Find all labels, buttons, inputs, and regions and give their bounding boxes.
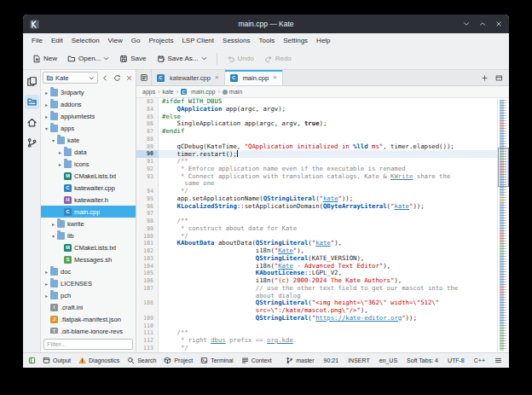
tree-item-main-cpp[interactable]: Cmain.cpp <box>41 206 136 218</box>
sidebar-tool-projects[interactable] <box>25 95 39 109</box>
breadcrumb-item-kate[interactable]: kate <box>163 89 174 95</box>
tree-item-cmakelists-txt[interactable]: MCMakeLists.txt <box>41 241 136 253</box>
code-text[interactable] <box>159 210 497 218</box>
expand-arrow-icon[interactable]: ▸ <box>49 221 57 227</box>
code-text[interactable]: QApplication app(argc, argv); <box>159 106 497 113</box>
tree-item-doc[interactable]: ▸doc <box>41 265 136 277</box>
expand-arrow-icon[interactable]: ▸ <box>43 281 50 287</box>
titlebar[interactable]: main.cpp — Kate <box>23 15 509 33</box>
tree-item-craft-ini[interactable]: I.craft.ini <box>41 301 136 313</box>
breadcrumb-item-main-cpp[interactable]: Cmain.cpp <box>181 89 215 95</box>
toolview-search-button[interactable]: Search <box>125 355 158 366</box>
tree-item-git-blame-ignore-revs[interactable]: T.git-blame-ignore-revs <box>41 325 136 334</box>
code-text[interactable]: * right dbus prefix == org.kde. <box>159 337 497 345</box>
expand-arrow-icon[interactable]: ▸ <box>56 161 64 167</box>
code-text[interactable]: * construct about data for Kate <box>159 225 497 233</box>
project-close-button[interactable] <box>124 73 134 83</box>
tree-item-appiumtests[interactable]: ▸appiumtests <box>41 110 136 122</box>
expand-arrow-icon[interactable]: ▸ <box>56 149 64 155</box>
document-list-button[interactable] <box>136 70 152 85</box>
code-text[interactable]: #endif <box>159 128 497 136</box>
expand-arrow-icon[interactable]: ▸ <box>43 269 50 275</box>
menu-tools[interactable]: Tools <box>255 35 280 46</box>
menu-projects[interactable]: Projects <box>144 35 177 46</box>
close-button[interactable] <box>494 20 503 28</box>
collapse-arrow-icon[interactable]: ▾ <box>49 137 57 143</box>
menu-lsp-client[interactable]: LSP Client <box>177 35 218 46</box>
toolview-terminal-button[interactable]: Terminal <box>199 355 234 366</box>
menu-file[interactable]: File <box>27 35 47 46</box>
tree-item-apps[interactable]: ▾apps <box>41 122 136 134</box>
minimap-scrollbar[interactable] <box>497 98 509 352</box>
tree-item-licenses[interactable]: ▸LICENSES <box>41 277 136 289</box>
code-text[interactable]: same one <box>159 180 497 188</box>
menu-view[interactable]: View <box>104 35 127 46</box>
project-selector[interactable]: Kate <box>43 72 98 84</box>
editor[interactable]: 83#ifdef WITH_DBUS84 QApplication app(ar… <box>136 98 497 352</box>
menu-selection[interactable]: Selection <box>67 35 104 46</box>
open-button[interactable]: Open... <box>63 52 113 66</box>
project-reload-button[interactable] <box>112 73 122 83</box>
code-text[interactable]: */ <box>159 345 497 352</box>
project-back-button[interactable] <box>100 73 110 83</box>
sidebar-tool-git[interactable] <box>25 136 39 150</box>
encoding-button[interactable]: UTF-8 <box>446 356 466 365</box>
cursor-position-button[interactable]: 90:21 <box>322 356 341 365</box>
menu-edit[interactable]: Edit <box>47 35 67 46</box>
new-tab-button[interactable] <box>479 73 490 84</box>
dictionary-button[interactable]: en_US <box>378 356 399 365</box>
expand-arrow-icon[interactable]: ▸ <box>43 102 50 107</box>
tree-item-flatpak-manifest-json[interactable]: J.flatpak-manifest.json <box>41 313 136 325</box>
breadcrumb-item-main[interactable]: main <box>223 89 242 95</box>
code-text[interactable]: QStringLiteral("https://kate-editor.org"… <box>159 315 497 322</box>
menu-sessions[interactable]: Sessions <box>218 35 254 46</box>
input-mode-button[interactable]: INSERT <box>346 356 372 365</box>
expand-arrow-icon[interactable]: ▸ <box>43 113 50 119</box>
tab-list-button[interactable] <box>494 73 505 84</box>
tree-item-icons[interactable]: ▸icons <box>41 158 136 170</box>
git-branch-button[interactable]: master <box>284 355 315 366</box>
code-text[interactable]: timer.restart(); <box>159 150 497 158</box>
breadcrumb-item-apps[interactable]: apps <box>142 89 155 95</box>
code-text[interactable]: qCDebug(KateTime, "QApplication initiali… <box>159 143 497 151</box>
tab-main-cpp[interactable]: Cmain.cpp× <box>225 70 283 85</box>
toolview-project-button[interactable]: Project <box>162 355 194 366</box>
save-button[interactable]: Save <box>115 52 150 66</box>
menu-go[interactable]: Go <box>127 35 145 46</box>
new-button[interactable]: New <box>28 52 61 66</box>
toolview-diagnostics-button[interactable]: Diagnostics <box>77 355 121 366</box>
tab-settings-button[interactable]: Soft Tabs: 4 <box>405 356 440 365</box>
tree-item-addons[interactable]: ▸addons <box>41 98 136 110</box>
tree-item-pch[interactable]: ▸pch <box>41 289 136 301</box>
collapse-arrow-icon[interactable]: ▾ <box>43 125 50 131</box>
statusbar-menu-button[interactable] <box>493 355 504 366</box>
syntax-mode-button[interactable]: C++ <box>472 356 487 365</box>
code-text[interactable] <box>159 322 497 330</box>
tree-item-messages-sh[interactable]: SMessages.sh <box>41 253 136 265</box>
tree-item-lib[interactable]: ▾lib <box>41 229 136 241</box>
code-text[interactable]: SingleApplication app(argc, argv, true); <box>159 120 497 128</box>
tab-close-icon[interactable]: × <box>213 74 219 81</box>
maximize-button[interactable] <box>478 20 487 28</box>
expand-arrow-icon[interactable]: ▸ <box>43 90 50 96</box>
tree-item-cmakelists-txt[interactable]: MCMakeLists.txt <box>41 170 136 182</box>
toolview-output-button[interactable]: Output <box>41 355 72 366</box>
sidebar-tool-filesystem-browser[interactable] <box>25 115 39 130</box>
tree-item-katewaiter-h[interactable]: Hkatewaiter.h <box>41 194 136 206</box>
menu-settings[interactable]: Settings <box>279 35 312 46</box>
collapse-arrow-icon[interactable]: ▾ <box>49 233 57 239</box>
tab-close-icon[interactable]: × <box>271 74 277 81</box>
tab-katewaiter-cpp[interactable]: Ckatewaiter.cpp× <box>152 70 225 85</box>
toolview-toggle-icon[interactable] <box>28 357 36 364</box>
tree-item-kate[interactable]: ▾kate <box>41 134 136 146</box>
sidebar-tool-documents[interactable] <box>25 74 39 89</box>
toolview-context-button[interactable]: Context <box>240 355 274 366</box>
tree-item-kwrite[interactable]: ▸kwrite <box>41 218 136 229</box>
save-as-button[interactable]: Save As... <box>153 52 211 66</box>
minimap-view-rect[interactable] <box>498 148 509 187</box>
menu-help[interactable]: Help <box>312 35 334 46</box>
tree-item-data[interactable]: ▸data <box>41 146 136 158</box>
tree-item-katewaiter-cpp[interactable]: Ckatewaiter.cpp <box>41 182 136 194</box>
minimize-button[interactable] <box>462 20 471 28</box>
tree-item-3rdparty[interactable]: ▸3rdparty <box>41 86 136 98</box>
